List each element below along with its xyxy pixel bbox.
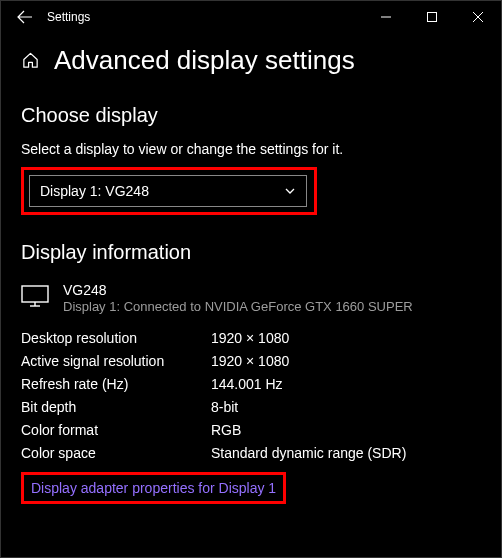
- spec-value: 144.001 Hz: [211, 376, 283, 392]
- monitor-connection: Display 1: Connected to NVIDIA GeForce G…: [63, 299, 413, 314]
- chevron-down-icon: [284, 185, 296, 197]
- minimize-icon: [381, 12, 391, 22]
- choose-display-heading: Choose display: [21, 104, 481, 127]
- window-controls: [363, 1, 501, 33]
- display-selector-value: Display 1: VG248: [40, 183, 149, 199]
- spec-label: Active signal resolution: [21, 353, 211, 369]
- spec-row: Bit depth8-bit: [21, 395, 481, 418]
- highlight-adapter-link: Display adapter properties for Display 1: [21, 472, 286, 504]
- minimize-button[interactable]: [363, 1, 409, 33]
- monitor-summary: VG248 Display 1: Connected to NVIDIA GeF…: [21, 282, 481, 314]
- spec-label: Color space: [21, 445, 211, 461]
- titlebar: Settings: [1, 1, 501, 33]
- spec-value: 1920 × 1080: [211, 353, 289, 369]
- window-title: Settings: [43, 10, 90, 24]
- svg-rect-0: [428, 13, 437, 22]
- monitor-icon: [21, 284, 49, 308]
- highlight-display-selector: Display 1: VG248: [21, 167, 317, 215]
- content-area: Advanced display settings Choose display…: [1, 33, 501, 504]
- spec-label: Refresh rate (Hz): [21, 376, 211, 392]
- close-icon: [473, 12, 483, 22]
- adapter-properties-link[interactable]: Display adapter properties for Display 1: [29, 479, 278, 497]
- spec-value: 1920 × 1080: [211, 330, 289, 346]
- spec-label: Desktop resolution: [21, 330, 211, 346]
- back-button[interactable]: [7, 1, 43, 33]
- svg-rect-1: [22, 286, 48, 302]
- spec-table: Desktop resolution1920 × 1080Active sign…: [21, 326, 481, 464]
- choose-display-subtext: Select a display to view or change the s…: [21, 141, 481, 157]
- spec-row: Color formatRGB: [21, 418, 481, 441]
- close-button[interactable]: [455, 1, 501, 33]
- spec-value: Standard dynamic range (SDR): [211, 445, 406, 461]
- spec-row: Refresh rate (Hz)144.001 Hz: [21, 372, 481, 395]
- spec-row: Desktop resolution1920 × 1080: [21, 326, 481, 349]
- maximize-button[interactable]: [409, 1, 455, 33]
- spec-row: Color spaceStandard dynamic range (SDR): [21, 441, 481, 464]
- spec-row: Active signal resolution1920 × 1080: [21, 349, 481, 372]
- back-arrow-icon: [17, 9, 33, 25]
- display-selector-dropdown[interactable]: Display 1: VG248: [29, 175, 307, 207]
- spec-label: Bit depth: [21, 399, 211, 415]
- page-title: Advanced display settings: [54, 45, 355, 76]
- maximize-icon: [427, 12, 437, 22]
- page-header: Advanced display settings: [21, 45, 481, 76]
- spec-label: Color format: [21, 422, 211, 438]
- spec-value: RGB: [211, 422, 241, 438]
- spec-value: 8-bit: [211, 399, 238, 415]
- home-icon[interactable]: [21, 51, 40, 70]
- display-info-heading: Display information: [21, 241, 481, 264]
- monitor-name: VG248: [63, 282, 413, 298]
